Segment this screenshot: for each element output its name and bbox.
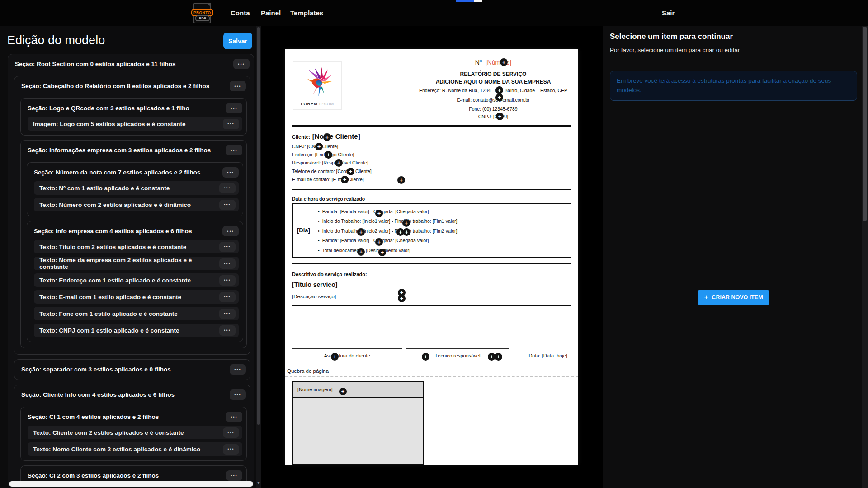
add-icon[interactable]: + [347, 168, 354, 175]
doc-company-address: Endereço: R. Nome da Rua, 1234 - Seu Bai… [412, 88, 575, 93]
add-icon[interactable]: + [331, 353, 339, 361]
row-menu-button[interactable]: ••• [226, 412, 242, 422]
tree-row-cliente-info[interactable]: Seção: Cliente Info com 4 estilos aplica… [14, 385, 250, 404]
tree-leaf-texto-titulo[interactable]: Texto: Título com 2 estilos aplicados e … [34, 240, 239, 253]
row-menu-button[interactable]: ••• [226, 103, 242, 113]
row-menu-button[interactable]: ••• [226, 145, 242, 155]
doc-divider [292, 263, 571, 264]
row-menu-button[interactable]: ••• [219, 275, 236, 286]
row-menu-button[interactable]: ••• [222, 167, 239, 178]
nav-item-painel[interactable]: Painel [261, 0, 281, 26]
tree-row-logo-qrcode[interactable]: Seção: Logo e QRcode com 3 estilos aplic… [21, 99, 246, 117]
add-icon[interactable]: + [495, 353, 502, 361]
row-menu-button[interactable]: ••• [219, 292, 236, 302]
tree-leaf-texto-no[interactable]: Texto: Nº com 1 estilo aplicado e é cons… [34, 181, 239, 195]
tree-vertical-scrollbar[interactable]: ▼ [256, 26, 261, 488]
tree-leaf-texto-nome-empresa[interactable]: Texto: Nome da empresa com 2 estilos apl… [34, 257, 239, 270]
row-menu-button[interactable]: ••• [219, 258, 236, 269]
nav-item-templates[interactable]: Templates [290, 0, 323, 26]
add-icon[interactable]: + [495, 86, 503, 94]
nav-item-sair[interactable]: Sair [662, 0, 675, 26]
tree-row-root[interactable]: Seção: Root Section com 0 estilos aplica… [8, 54, 254, 73]
row-menu-button[interactable]: ••• [230, 81, 246, 91]
row-menu-button[interactable]: ••• [222, 226, 239, 236]
row-menu-button[interactable]: ••• [230, 364, 246, 375]
ellipsis-icon: ••• [224, 278, 231, 282]
add-icon[interactable]: + [357, 228, 365, 236]
bullet-icon: • [318, 218, 320, 224]
tree-leaf-texto-cliente[interactable]: Texto: Cliente com 2 estilos aplicados e… [28, 426, 242, 439]
row-menu-button[interactable]: ••• [219, 183, 236, 193]
scrollbar-thumb[interactable] [257, 27, 260, 425]
tree-row-separador[interactable]: Seção: separador com 3 estilos aplicados… [14, 360, 250, 378]
tree-row-label: Seção: Logo e QRcode com 3 estilos aplic… [28, 105, 189, 112]
doc-service-description-placeholder: [Descrição serviço] [292, 294, 336, 299]
add-icon[interactable]: + [403, 228, 410, 236]
row-menu-button[interactable]: ••• [219, 242, 236, 252]
row-menu-button[interactable]: ••• [223, 119, 239, 129]
tree-row-info-empresa[interactable]: Seção: Info empresa com 4 estilos aplica… [27, 221, 243, 240]
doc-company-cnpj: CNPJ: [CNPJ] [412, 114, 575, 119]
doc-date-placeholder: Data: [Data_hoje] [528, 353, 567, 358]
add-icon[interactable]: + [323, 133, 331, 141]
row-menu-button[interactable]: ••• [223, 444, 239, 455]
item-editor-panel: Selecione um item para continuar Por fav… [603, 26, 868, 488]
image-placeholder-label: [Nome imagem] [297, 387, 333, 392]
tree-leaf-texto-endereco[interactable]: Texto: Endereço com 1 estilo aplicado e … [34, 273, 239, 287]
add-icon[interactable]: + [500, 58, 508, 66]
tree-row-label: Texto: Fone com 1 estilo aplicado e é co… [39, 310, 178, 317]
tree-horizontal-scrollbar[interactable] [9, 481, 253, 487]
row-menu-button[interactable]: ••• [230, 389, 246, 400]
doc-day-placeholder: [Dia] [297, 227, 310, 234]
row-menu-button[interactable]: ••• [226, 470, 242, 481]
add-icon[interactable]: + [496, 113, 504, 120]
add-icon[interactable]: + [402, 219, 410, 227]
company-logo-placeholder: LOREM IPSUM [293, 61, 342, 110]
scroll-down-arrow-icon[interactable]: ▼ [256, 481, 261, 485]
add-icon[interactable]: + [315, 143, 323, 150]
tree-section-separador: Seção: separador com 3 estilos aplicados… [14, 359, 250, 380]
tree-section-root: Seção: Root Section com 0 estilos aplica… [8, 54, 254, 486]
row-menu-button[interactable]: ••• [223, 427, 239, 438]
page-break-dashed-line [285, 366, 578, 366]
tree-leaf-imagem-logo[interactable]: Imagem: Logo com 5 estilos aplicados e é… [28, 117, 242, 131]
add-icon[interactable]: + [378, 249, 386, 256]
tree-row-ci1[interactable]: Seção: CI 1 com 4 estilos aplicados e 2 … [21, 407, 246, 426]
add-icon[interactable]: + [397, 176, 405, 184]
scrollbar-thumb[interactable] [863, 27, 867, 221]
save-button[interactable]: Salvar [223, 33, 252, 49]
add-icon[interactable]: + [495, 94, 503, 101]
row-menu-button[interactable]: ••• [233, 59, 250, 69]
add-icon[interactable]: + [339, 388, 347, 395]
ellipsis-icon: ••• [231, 474, 237, 478]
add-icon[interactable]: + [357, 248, 365, 256]
tree-leaf-texto-numero[interactable]: Texto: Número com 2 estilos aplicados e … [34, 198, 239, 211]
add-icon[interactable]: + [341, 176, 349, 183]
app-logo[interactable]: PRONTO PDF [192, 2, 212, 23]
tree-row-label: Texto: Endereço com 1 estilo aplicado e … [39, 277, 191, 284]
image-placeholder-header: [Nome imagem] [293, 382, 423, 398]
right-panel-scrollbar[interactable] [862, 26, 868, 488]
tree-row-informacoes-empresa[interactable]: Seção: Informações empresa com 3 estilos… [21, 141, 246, 159]
tree-leaf-texto-cnpj[interactable]: Texto: CNPJ com 1 estilo aplicado e é co… [34, 324, 239, 337]
add-icon[interactable]: + [422, 353, 429, 361]
create-new-item-button[interactable]: + CRIAR NOVO ITEM [698, 290, 769, 305]
tree-leaf-texto-fone[interactable]: Texto: Fone com 1 estilo aplicado e é co… [34, 307, 239, 320]
tree-leaf-texto-nome-cliente[interactable]: Texto: Nome Cliente com 2 estilos aplica… [28, 442, 242, 456]
tree-row-label: Seção: Cliente Info com 4 estilos aplica… [21, 391, 175, 398]
nav-item-conta[interactable]: Conta [231, 0, 250, 26]
tree-row-cabecalho[interactable]: Seção: Cabeçalho do Relatório com 8 esti… [14, 76, 250, 95]
add-icon[interactable]: + [335, 159, 343, 167]
tree-row-numero-da-nota[interactable]: Seção: Número da nota com 7 estilos apli… [27, 163, 243, 181]
add-icon[interactable]: + [375, 238, 383, 246]
doc-divider [292, 189, 571, 190]
add-icon[interactable]: + [398, 295, 406, 302]
row-menu-button[interactable]: ••• [219, 325, 236, 336]
add-icon[interactable]: + [375, 210, 383, 217]
tree-leaf-texto-email[interactable]: Texto: E-mail com 1 estilo aplicado e é … [34, 290, 239, 304]
add-icon[interactable]: + [325, 151, 332, 159]
plus-icon: + [704, 293, 708, 302]
row-menu-button[interactable]: ••• [219, 309, 236, 319]
tree-row-label: Seção: Info empresa com 4 estilos aplica… [34, 228, 192, 235]
row-menu-button[interactable]: ••• [219, 200, 236, 210]
